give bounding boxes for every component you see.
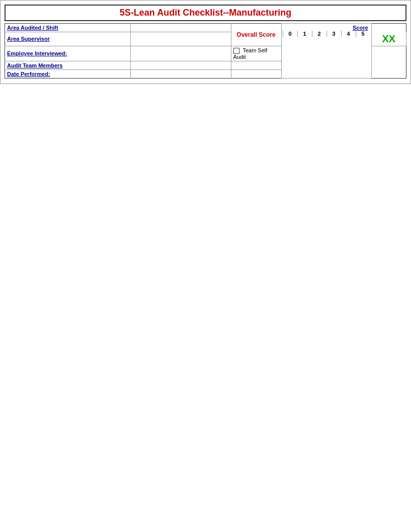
date-performed-label: Date Performed:: [5, 69, 131, 78]
audit-team-members-value[interactable]: [130, 61, 231, 69]
overall-score-value-cell: XX: [371, 32, 406, 46]
main-title: 5S-Lean Audit Checklist--Manufacturing: [5, 5, 406, 21]
placeholder-cell-4: [231, 69, 281, 78]
page: 5S-Lean Audit Checklist--Manufacturing A…: [0, 0, 411, 84]
score-col-4: 4: [341, 31, 356, 37]
area-audited-label: Area Audited / Shift: [5, 24, 131, 32]
score-header-block: Score 0 1 2 3 4 5: [281, 24, 371, 79]
score-col-5: 5: [356, 31, 370, 37]
score-columns-header: 0 1 2 3 4 5: [283, 31, 370, 37]
score-col-1: 1: [297, 31, 312, 37]
overall-score-value: XX: [382, 33, 395, 44]
area-supervisor-value[interactable]: [130, 32, 231, 46]
score-col-0: 0: [283, 31, 297, 37]
score-col-3: 3: [326, 31, 341, 37]
score-col-2: 2: [312, 31, 326, 37]
overall-score-label: Overall Score: [233, 31, 279, 38]
placeholder-cell-3: [231, 61, 281, 69]
overall-score-block: Overall Score: [231, 24, 281, 46]
team-self-audit-cell: Team Self Audit: [231, 46, 281, 61]
audit-team-members-label: Audit Team Members: [5, 61, 131, 69]
team-self-audit-checkbox[interactable]: [233, 48, 239, 54]
score-label: Score: [283, 25, 370, 31]
employee-interviewed-label: Employee Interviewed:: [5, 46, 131, 61]
date-performed-value[interactable]: [130, 69, 231, 78]
employee-interviewed-value[interactable]: [130, 46, 231, 61]
area-audited-value[interactable]: [130, 24, 231, 32]
area-supervisor-label: Area Supervisor: [5, 32, 131, 46]
